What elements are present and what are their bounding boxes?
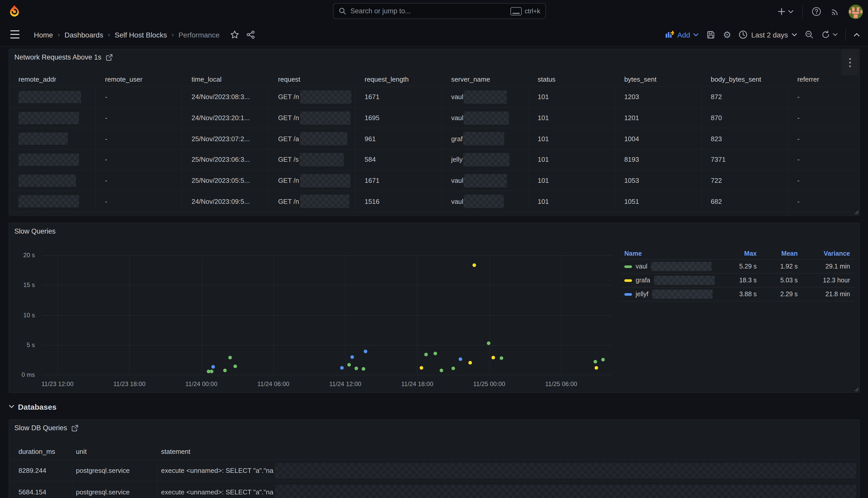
user-avatar[interactable] bbox=[849, 4, 863, 19]
section-row-databases[interactable]: Databases bbox=[9, 401, 56, 413]
scatter-point[interactable] bbox=[424, 353, 428, 356]
scatter-point[interactable] bbox=[209, 370, 213, 373]
external-link-icon[interactable] bbox=[105, 54, 113, 61]
table-row[interactable]: -25/Nov/2023:05:5...GET /n1671vaul101105… bbox=[9, 170, 859, 191]
scatter-point[interactable] bbox=[351, 355, 354, 359]
table-row[interactable]: -24/Nov/2023:08:3...GET /n1671vaul101120… bbox=[9, 87, 859, 107]
cell-remote-user: - bbox=[96, 191, 182, 211]
cell-bytes-sent: 8193 bbox=[615, 149, 702, 170]
cell-status: 101 bbox=[528, 87, 615, 107]
settings-gear-icon[interactable]: ⚙ bbox=[723, 30, 731, 39]
cell-request: GET /s bbox=[269, 149, 355, 170]
column-header-bytes_sent[interactable]: bytes_sent bbox=[615, 73, 702, 86]
refresh-icon[interactable] bbox=[821, 30, 838, 39]
scatter-point[interactable] bbox=[419, 366, 423, 369]
scatter-point[interactable] bbox=[451, 366, 455, 370]
column-header-time_local[interactable]: time_local bbox=[182, 73, 269, 86]
help-icon[interactable] bbox=[812, 7, 821, 16]
breadcrumb-dashboards[interactable]: Dashboards bbox=[64, 30, 103, 39]
cell-remote-addr bbox=[9, 149, 96, 170]
add-button[interactable]: Add bbox=[666, 30, 699, 39]
panel-resize-handle[interactable] bbox=[854, 210, 858, 214]
table-row[interactable]: 8289.244postgresql.serviceexecute <unnam… bbox=[9, 460, 859, 482]
column-header-remote_user[interactable]: remote_user bbox=[96, 73, 182, 86]
cell-body-bytes-sent: 823 bbox=[702, 129, 788, 149]
legend-row[interactable]: jellyf3.88 s2.29 s21.8 min bbox=[620, 287, 854, 301]
save-icon[interactable] bbox=[707, 30, 715, 39]
search-input[interactable]: Search or jump to... ctrl+k bbox=[333, 3, 546, 19]
scatter-point[interactable] bbox=[458, 357, 462, 361]
scatter-point[interactable] bbox=[439, 369, 443, 372]
column-header-statement[interactable]: statement bbox=[158, 445, 859, 458]
column-header-remote_addr[interactable]: remote_addr bbox=[9, 73, 96, 86]
scatter-point[interactable] bbox=[594, 366, 598, 369]
column-header-server_name[interactable]: server_name bbox=[442, 73, 528, 86]
legend-series-name[interactable]: jellyf bbox=[620, 290, 721, 299]
redacted-blur bbox=[18, 132, 68, 145]
chevron-down-icon bbox=[832, 33, 838, 37]
column-header-body_bytes_sent[interactable]: body_bytes_sent bbox=[702, 73, 788, 86]
scatter-point[interactable] bbox=[364, 350, 367, 353]
breadcrumb-home[interactable]: Home bbox=[34, 30, 53, 39]
scatter-point[interactable] bbox=[469, 361, 472, 365]
cell-request: GET /n bbox=[269, 107, 355, 128]
external-link-icon[interactable] bbox=[71, 424, 79, 432]
news-icon[interactable] bbox=[830, 7, 840, 16]
scatter-point[interactable] bbox=[362, 367, 365, 371]
scatter-point[interactable] bbox=[354, 367, 358, 370]
scatter-point[interactable] bbox=[234, 365, 237, 368]
cell-request-length: 584 bbox=[355, 149, 442, 170]
time-range-picker[interactable]: Last 2 days bbox=[739, 30, 797, 39]
legend-row[interactable]: grafa18.3 s5.03 s12.3 hour bbox=[620, 273, 854, 287]
breadcrumb-folder[interactable]: Self Host Blocks bbox=[115, 30, 167, 39]
panel-title[interactable]: Slow Queries bbox=[14, 227, 56, 235]
legend-color-pill bbox=[624, 293, 632, 296]
panel-resize-handle[interactable] bbox=[854, 387, 858, 391]
new-button[interactable] bbox=[778, 8, 794, 15]
cell-statement: execute <unnamed>: SELECT "a"."na bbox=[158, 482, 859, 498]
scatter-point[interactable] bbox=[212, 365, 215, 369]
legend-series-name[interactable]: vaul bbox=[620, 262, 721, 271]
chart-gridline bbox=[42, 345, 612, 345]
table-row[interactable]: 5684.154postgresql.serviceexecute <unnam… bbox=[9, 482, 859, 498]
scatter-point[interactable] bbox=[499, 356, 503, 360]
zoom-out-icon[interactable] bbox=[805, 30, 814, 39]
scatter-point[interactable] bbox=[228, 356, 232, 359]
scatter-point[interactable] bbox=[473, 264, 476, 267]
column-header-request_length[interactable]: request_length bbox=[355, 73, 442, 86]
panel-title[interactable]: Network Requests Above 1s bbox=[14, 53, 113, 61]
column-header-duration_ms[interactable]: duration_ms bbox=[9, 445, 72, 458]
scatter-point[interactable] bbox=[348, 363, 351, 366]
panel-title[interactable]: Slow DB Queries bbox=[14, 424, 79, 432]
scatter-point[interactable] bbox=[593, 360, 597, 364]
grafana-dashboard: Search or jump to... ctrl+k bbox=[0, 0, 868, 498]
redacted-blur bbox=[654, 276, 714, 285]
table-row[interactable]: -24/Nov/2023:09:5...GET /n1516vaul101105… bbox=[9, 191, 859, 212]
column-header-request[interactable]: request bbox=[269, 73, 355, 86]
column-header-status[interactable]: status bbox=[528, 73, 615, 86]
collapse-toolbar-icon[interactable] bbox=[854, 32, 860, 37]
cell-remote-user: - bbox=[96, 170, 182, 191]
scatter-point[interactable] bbox=[223, 369, 227, 372]
legend-series-name[interactable]: grafa bbox=[620, 276, 721, 285]
scatter-point[interactable] bbox=[433, 352, 437, 355]
legend-row[interactable]: vaul5.29 s1.92 s29.1 min bbox=[620, 259, 854, 273]
cell-statement: execute <unnamed>: SELECT "a"."na bbox=[158, 460, 859, 481]
add-panel-icon bbox=[666, 31, 674, 39]
chart-gridline bbox=[42, 285, 612, 286]
star-icon[interactable] bbox=[230, 30, 239, 39]
grafana-logo-icon[interactable] bbox=[8, 5, 21, 18]
share-icon[interactable] bbox=[246, 30, 255, 39]
column-header-referrer[interactable]: referrer bbox=[788, 73, 859, 86]
menu-icon[interactable] bbox=[10, 30, 19, 39]
scatter-point[interactable] bbox=[491, 356, 495, 359]
column-header-unit[interactable]: unit bbox=[72, 445, 158, 458]
scatter-point[interactable] bbox=[487, 341, 490, 345]
scatter-point[interactable] bbox=[340, 366, 343, 370]
scatter-point[interactable] bbox=[601, 358, 605, 362]
panel-menu-button[interactable] bbox=[841, 50, 858, 76]
table-row[interactable]: -25/Nov/2023:07:2...GET /a961graf1011004… bbox=[9, 129, 859, 149]
table-row[interactable]: -25/Nov/2023:06:3...GET /s584jelly101819… bbox=[9, 149, 859, 170]
cell-body-bytes-sent: 870 bbox=[702, 107, 788, 128]
table-row[interactable]: -24/Nov/2023:20:1...GET /n1695vaul101120… bbox=[9, 107, 859, 128]
